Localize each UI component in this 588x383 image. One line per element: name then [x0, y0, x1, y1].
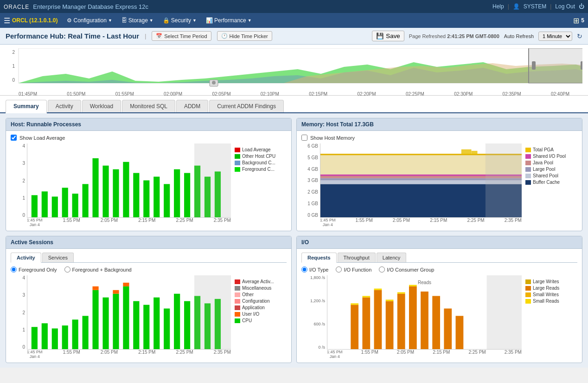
legend-other-cpu: Other Host CPU [235, 154, 283, 159]
svg-rect-69 [351, 305, 358, 349]
radio-foreground-background[interactable]: Foreground + Background [64, 266, 132, 273]
io-subtab-latency[interactable]: Latency [377, 253, 407, 262]
svg-rect-61 [184, 301, 190, 349]
svg-text:Reads: Reads [418, 280, 431, 285]
show-load-avg-row: Show Load Average [11, 135, 287, 141]
host-svg [27, 143, 231, 217]
auto-refresh-select[interactable]: 1 Minute [538, 32, 572, 41]
svg-rect-72 [386, 301, 394, 349]
timeline-xaxis: 01:45PM01:50PM01:55PM02:00PM02:05PM02:10… [6, 91, 582, 97]
svg-text:2: 2 [12, 50, 15, 55]
help-link[interactable]: Help [492, 3, 504, 10]
show-load-avg-label: Show Load Average [19, 135, 65, 141]
svg-rect-78 [456, 316, 464, 349]
tab-current-addm[interactable]: Current ADDM Findings [209, 100, 284, 112]
svg-rect-55 [123, 286, 129, 349]
storage-arrow: ▼ [149, 18, 153, 23]
tab-workload[interactable]: Workload [82, 100, 121, 112]
io-subtab-throughput[interactable]: Throughput [338, 253, 376, 262]
svg-rect-71 [374, 290, 382, 349]
calendar-icon: 📅 [156, 33, 162, 39]
radio-io-consumer[interactable]: I/O Consumer Group [379, 266, 434, 273]
svg-rect-21 [102, 166, 109, 217]
memory-svg [320, 143, 522, 217]
legend-color-java-pool [525, 161, 531, 165]
svg-rect-28 [174, 169, 180, 217]
svg-rect-29 [184, 173, 190, 217]
hamburger-icon[interactable]: ☰ [4, 16, 10, 25]
config-arrow: ▼ [108, 18, 112, 23]
legend-color-large-pool [525, 167, 531, 172]
sessions-chart-area: 43210 [11, 275, 287, 359]
clock-icon: 🕐 [221, 33, 228, 39]
legend-color-small-writes [525, 292, 531, 297]
svg-rect-60 [174, 294, 180, 349]
svg-rect-53 [102, 298, 109, 349]
io-chart-area: 1,800 /s1,200 /s600 /s0 /s [301, 275, 577, 359]
svg-rect-68 [194, 275, 231, 349]
svg-rect-10 [532, 61, 536, 70]
em-title: Enterprise Manager Database Express 12c [33, 3, 148, 10]
show-host-memory-checkbox[interactable] [301, 135, 307, 141]
io-subtab-requests[interactable]: Requests [301, 253, 337, 263]
power-icon: ⏻ [579, 3, 584, 10]
select-time-period-btn[interactable]: 📅 Select Time Period [152, 31, 211, 41]
logout-link[interactable]: Log Out [555, 3, 575, 10]
svg-rect-84 [409, 285, 417, 286]
tab-addm[interactable]: ADDM [176, 100, 208, 112]
legend-application: Application [235, 305, 283, 310]
host-chart-main: 1:45 PMJan 4 1:55 PM 2:05 PM 2:15 PM 2:2… [27, 143, 231, 227]
subtab-activity[interactable]: Activity [11, 253, 41, 263]
svg-rect-65 [92, 286, 98, 290]
legend-color-application [235, 305, 240, 310]
memory-chart-main: 1:45 PMJan 4 1:55 PM 2:05 PM 2:15 PM 2:2… [320, 143, 522, 227]
memory-chart-canvas [320, 143, 522, 218]
svg-rect-83 [397, 292, 405, 294]
system-link[interactable]: SYSTEM [524, 3, 546, 10]
radio-io-function[interactable]: I/O Function [336, 266, 371, 273]
memory-legend: Total PGA Shared I/O Pool Java Pool Larg… [522, 143, 577, 227]
svg-rect-56 [133, 301, 139, 349]
memory-xaxis: 1:45 PMJan 4 1:55 PM 2:05 PM 2:15 PM 2:2… [320, 218, 522, 227]
host-chart-canvas [27, 143, 231, 218]
svg-rect-66 [113, 290, 119, 294]
legend-background-c: Background C... [235, 160, 283, 165]
show-load-avg-checkbox[interactable] [11, 135, 17, 141]
legend-cpu: CPU [235, 318, 283, 323]
nav-menu-performance[interactable]: 📊 Performance ▼ [202, 15, 256, 26]
sessions-yaxis: 43210 [11, 275, 27, 359]
nav-counter: 5 [581, 17, 584, 24]
radio-io-type[interactable]: I/O Type [301, 266, 328, 273]
timeline-chart: 2 1 0 [6, 48, 582, 90]
legend-color-background [235, 161, 240, 165]
memory-yaxis: 6 GB5 GB4 GB3 GB2 GB1 GB0 GB [301, 143, 320, 227]
memory-panel: Memory: Host Total 17.3GB Show Host Memo… [296, 118, 582, 231]
radio-foreground-only[interactable]: Foreground Only [11, 266, 57, 273]
svg-rect-52 [92, 290, 98, 349]
legend-color-avg-active [235, 279, 240, 284]
svg-rect-15 [42, 191, 48, 217]
svg-rect-67 [123, 283, 129, 286]
legend-color-small-reads [525, 299, 531, 304]
tab-activity[interactable]: Activity [48, 100, 81, 112]
hide-time-picker-btn[interactable]: 🕐 Hide Time Picker [217, 31, 272, 41]
io-chart-main: Reads 1:45 PMJan 4 1:55 PM 2:05 PM 2:15 … [327, 275, 522, 359]
io-panel: I/O Requests Throughput Latency I/O Type… [296, 236, 582, 363]
save-icon: 💾 [376, 32, 384, 39]
subtab-services[interactable]: Services [42, 253, 74, 262]
svg-rect-34 [92, 157, 98, 158]
svg-text:1: 1 [12, 64, 15, 69]
legend-java-pool: Java Pool [525, 160, 574, 165]
io-legend: Large Writes Large Reads Small Writes Sm… [522, 275, 577, 359]
legend-other: Other [235, 292, 283, 297]
nav-menu-security[interactable]: 🔒 Security ▼ [159, 15, 200, 26]
nav-menu-storage[interactable]: 🗄 Storage ▼ [118, 15, 157, 26]
tab-summary[interactable]: Summary [6, 100, 47, 113]
save-btn[interactable]: 💾 Save [372, 31, 404, 41]
svg-rect-33 [32, 194, 38, 195]
sessions-chart-canvas [27, 275, 231, 350]
refresh-btn[interactable]: ↻ [577, 32, 582, 40]
tab-monitored-sql[interactable]: Monitored SQL [122, 100, 175, 112]
sessions-chart-main: 1:45 PMJan 4 1:55 PM 2:05 PM 2:15 PM 2:2… [27, 275, 231, 359]
nav-menu-configuration[interactable]: ⚙ Configuration ▼ [63, 15, 115, 26]
